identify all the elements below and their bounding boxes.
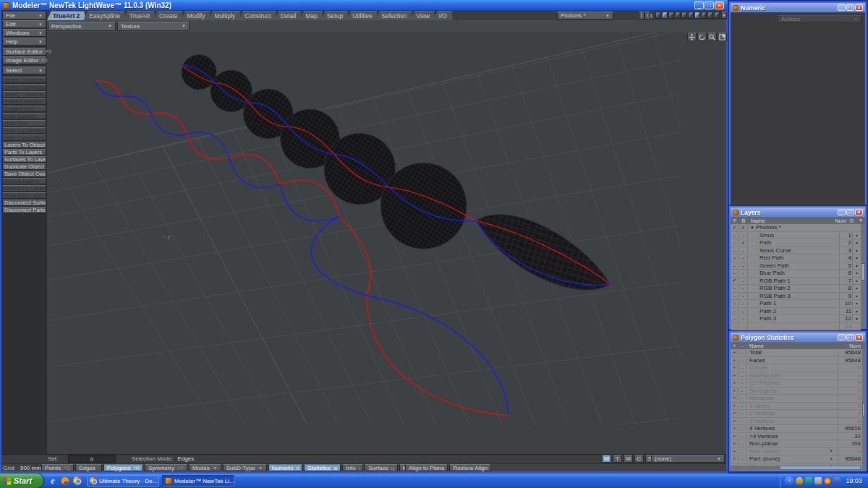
vmap-type-button[interactable]: C — [634, 455, 644, 463]
maximize-button[interactable]: □ — [846, 334, 854, 341]
menu-tab[interactable]: Create — [153, 11, 184, 20]
layer-prev-button[interactable]: ‹ — [639, 12, 644, 20]
task-button-browser[interactable]: Ultimate Theory - De... — [87, 475, 159, 487]
layer-row[interactable]: - - - 13 — [731, 323, 861, 331]
layer-row[interactable]: - - Red Path 4 • — [731, 254, 861, 262]
deselect-minus-button[interactable]: - — [739, 426, 746, 431]
layer-row[interactable]: - - Path 1 10 • — [731, 300, 861, 308]
maximize-viewport-icon[interactable] — [718, 33, 727, 41]
view-mode-dropdown[interactable]: Perspective ▼ — [48, 22, 116, 31]
deselect-minus-button[interactable]: - — [739, 395, 746, 401]
background-toggle[interactable]: ✓ — [739, 240, 748, 246]
shield-icon[interactable] — [796, 477, 803, 484]
background-toggle[interactable]: - — [739, 301, 748, 306]
statistics-row[interactable]: + - Surf: Green ▼ 0 — [731, 448, 862, 456]
background-toggle[interactable]: - — [739, 248, 748, 253]
menu-tab[interactable]: Map — [299, 11, 323, 20]
deselect-minus-button[interactable]: - — [739, 373, 746, 378]
foreground-toggle[interactable]: - — [731, 248, 739, 253]
firefox-icon[interactable] — [60, 476, 70, 486]
menu-dropdown[interactable]: Windows ▼ — [2, 29, 46, 37]
task-button-modeler[interactable]: Modeler™ NewTek Li... — [162, 475, 234, 487]
actions-dropdown[interactable]: Actions ▼ — [778, 15, 861, 23]
align-button[interactable]: Restore Align — [449, 464, 491, 471]
background-toggle[interactable]: ✓ — [739, 225, 748, 231]
statistics-row[interactable]: + - Part: (none) ▼ 95648 — [731, 455, 862, 463]
menu-tab[interactable]: Construct — [239, 11, 276, 20]
deselect-minus-button[interactable]: - — [739, 380, 746, 385]
layers-titlebar[interactable]: Layers _ □ × — [731, 207, 865, 217]
deselect-minus-button[interactable]: - — [739, 411, 746, 416]
menu-tab[interactable]: Selection — [376, 11, 413, 20]
select-dropdown[interactable]: Select ▼ — [2, 67, 46, 74]
select-plus-button[interactable]: + — [731, 350, 739, 355]
sidebar-tool-button[interactable]: Reveal Fg Layers — [2, 185, 46, 192]
statistics-row[interactable]: + - Non-planar 704 — [731, 440, 862, 448]
close-button[interactable]: × — [715, 1, 724, 9]
rotate-icon[interactable] — [697, 33, 707, 41]
sidebar-tool-button[interactable]: Reveal Layers — [2, 178, 46, 184]
select-plus-button[interactable]: + — [731, 456, 739, 461]
vmap-type-button[interactable]: T — [613, 455, 622, 463]
background-toggle[interactable]: - — [739, 270, 748, 275]
mode-button[interactable]: Polygons ^H — [103, 464, 143, 471]
deselect-minus-button[interactable]: - — [739, 449, 746, 454]
maximize-button[interactable]: □ — [846, 209, 854, 215]
deselect-minus-button[interactable]: - — [739, 350, 746, 355]
select-plus-button[interactable]: + — [731, 395, 739, 401]
foreground-toggle[interactable]: - — [731, 301, 739, 306]
layer-row[interactable]: - - Green Path 5 • — [731, 262, 861, 270]
close-icon[interactable]: × — [855, 334, 863, 341]
layer-row[interactable]: - - Path 3 12 • — [731, 315, 861, 323]
shading-mode-dropdown[interactable]: Texture ▼ — [117, 22, 190, 31]
statistics-row[interactable]: + - Faces 95648 — [731, 357, 862, 365]
maximize-button[interactable]: □ — [846, 4, 854, 11]
statistics-row[interactable]: + - 2 Vertices 0 — [731, 410, 862, 418]
sidebar-tool-button[interactable]: Surfaces To Laye.. — [2, 156, 46, 163]
sidebar-tool-button[interactable]: Select Connecte.. — [2, 84, 46, 90]
statistics-row[interactable]: + - >4 Vertices 32 — [731, 433, 862, 441]
sidebar-tool-button[interactable]: Hide Surface — [2, 113, 46, 119]
tray-chevron-icon[interactable]: ‹ — [785, 476, 793, 485]
layer-row[interactable]: - - Path 2 11 • — [731, 308, 861, 316]
deselect-minus-button[interactable]: - — [739, 403, 746, 408]
viewport-canvas[interactable]: z — [47, 32, 726, 454]
mode-button[interactable]: Points ^G — [41, 464, 74, 471]
statistics-hscrollbar[interactable] — [731, 466, 861, 470]
statistics-row[interactable]: + - Skelegons 0 — [731, 388, 862, 395]
menu-tab[interactable]: Detail — [275, 11, 302, 20]
foreground-toggle[interactable]: - — [731, 233, 739, 238]
menu-tab[interactable]: EasySpline — [83, 11, 126, 20]
foreground-toggle[interactable]: - — [731, 316, 739, 321]
close-icon[interactable]: × — [855, 209, 863, 215]
layer-bank-dropdown[interactable]: ▼ — [721, 12, 727, 19]
mode-button[interactable]: Surface q — [365, 464, 397, 471]
sidebar-tool-button[interactable]: Select Connecte.. — [2, 77, 46, 83]
background-toggle[interactable]: - — [739, 294, 748, 299]
layer-row[interactable]: ✓ - RGB Path 1 7 • — [731, 278, 861, 286]
sidebar-tool-button[interactable]: Disconnect Surfa.. — [2, 200, 46, 206]
layer-bank[interactable] — [655, 12, 720, 19]
mode-button[interactable]: SubD-Type ▼ — [223, 464, 267, 471]
minimize-button[interactable]: _ — [838, 334, 846, 341]
deselect-minus-button[interactable]: - — [739, 434, 746, 439]
layer-row[interactable]: - - RGB Path 3 9 • — [731, 293, 861, 301]
mode-button[interactable]: Edges — [75, 464, 102, 471]
vmap-type-button[interactable]: W — [602, 455, 611, 463]
statistics-row[interactable]: + - Total 95648 — [731, 349, 862, 357]
select-plus-button[interactable]: + — [731, 388, 739, 393]
zoom-icon[interactable] — [707, 33, 717, 41]
select-plus-button[interactable]: + — [731, 403, 739, 408]
eye-icon[interactable]: ⊙ — [846, 218, 856, 224]
statistics-row[interactable]: + - 3 Vertices 0 — [731, 418, 862, 426]
select-plus-button[interactable]: + — [731, 434, 739, 439]
background-toggle[interactable]: - — [739, 309, 748, 314]
maximize-button[interactable]: □ — [705, 1, 714, 9]
align-button[interactable]: Align to Plane — [405, 464, 448, 471]
foreground-toggle[interactable]: - — [731, 286, 739, 291]
menu-dropdown[interactable]: File ▼ — [2, 12, 46, 20]
deselect-minus-button[interactable]: - — [739, 388, 746, 393]
statistics-row[interactable]: + - 1 Vertex 0 — [731, 403, 862, 411]
background-toggle[interactable]: - — [739, 263, 748, 268]
sidebar-tool-button[interactable]: Hide Part — [2, 120, 46, 127]
